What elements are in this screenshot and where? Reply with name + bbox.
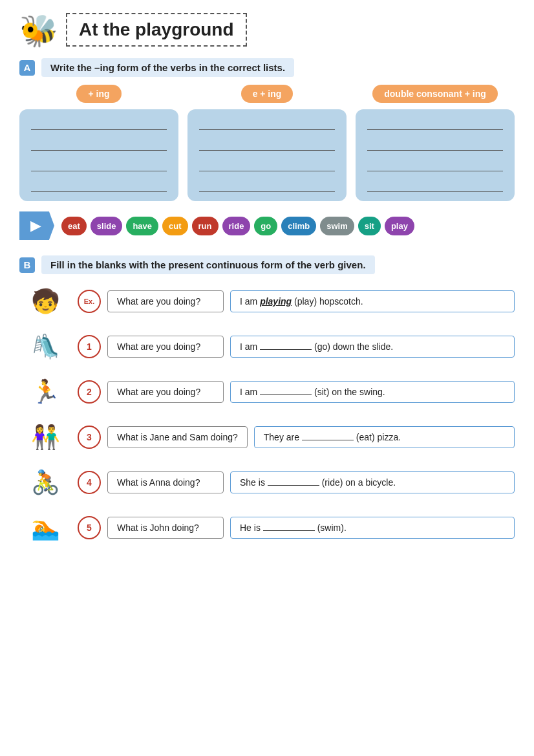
answer-box-5: He is (swim). [230,517,515,539]
exercise-row-2: 🏃 2 What are you doing? I am (sit) on th… [19,373,515,411]
answer-playing-word: playing [260,296,292,307]
answer-box-1: I am (go) down the slide. [230,336,515,358]
exercise-image-5: 🏊 [19,508,71,547]
exercise-num-2: 2 [78,380,101,404]
write-line [199,139,335,151]
write-line [31,180,167,192]
verb-eat: eat [61,217,87,235]
write-line [199,118,335,130]
answer-blank-5[interactable] [263,530,315,531]
column-double-consonant: double consonant + ing [356,85,515,201]
answer-blank-1[interactable] [260,349,312,350]
write-line [199,180,335,192]
question-text-3: What is Jane and Sam doing? [117,432,238,442]
question-text-2: What are you doing? [117,387,200,397]
answer-prefix-5: He is [240,523,263,533]
question-text-4: What is Anna doing? [117,477,200,488]
section-a-letter: A [19,60,35,76]
verb-swim: swim [320,217,354,235]
verb-play: play [385,217,414,235]
column-plus-ing: + ing [19,85,178,201]
answer-prefix-2: I am [240,387,260,397]
exercise-row-3: 👫 3 What is Jane and Sam doing? They are… [19,418,515,457]
write-line [199,160,335,171]
exercise-row-1: 🛝 1 What are you doing? I am (go) down t… [19,327,515,366]
section-b-instruction: Fill in the blanks with the present cont… [41,255,375,274]
verb-climb: climb [281,217,316,235]
write-line [367,160,503,171]
exercise-image-1: 🛝 [19,327,71,366]
question-text-ex: What are you doing? [117,296,200,307]
verb-go: go [254,217,277,235]
exercise-image-2: 🏃 [19,373,71,411]
verbs-row: ▶ eat slide have cut run ride go climb s… [19,211,515,240]
exercise-num-5: 5 [78,516,101,539]
exercise-image-ex: 🧒 [19,282,71,321]
exercise-num-3: 3 [78,426,101,449]
exercise-row-4: 🚴 4 What is Anna doing? She is (ride) on… [19,463,515,502]
title-text: At the playground [79,19,234,39]
section-b: B Fill in the blanks with the present co… [19,255,515,547]
question-box-1: What are you doing? [107,336,224,358]
answer-prefix-ex: I am [240,296,260,307]
exercise-image-4: 🚴 [19,463,71,502]
write-line [367,180,503,192]
answer-prefix-3: They are [264,432,299,442]
answer-suffix-2: (sit) on the swing. [314,387,385,397]
answer-prefix-1: I am [240,341,257,352]
verb-sit: sit [358,217,381,235]
answer-suffix-ex: (play) hopscotch. [294,296,363,307]
exercise-num-ex: Ex. [78,290,101,313]
question-box-2: What are you doing? [107,381,224,403]
answer-blank-3[interactable] [302,440,354,440]
write-line [31,160,167,171]
columns-wrapper: + ing e + ing double consonant + ing [19,85,515,201]
answer-box-2: I am (sit) on the swing. [230,381,515,403]
column-e-plus-ing-box [187,109,347,201]
answer-blank-4[interactable] [268,485,319,486]
answer-suffix-4: (ride) on a bicycle. [322,477,396,488]
exercise-row-ex: 🧒 Ex. What are you doing? I am playing (… [19,282,515,321]
question-box-4: What is Anna doing? [107,471,224,493]
write-line [31,139,167,151]
answer-suffix-1: (go) down the slide. [314,341,393,352]
column-e-plus-ing: e + ing [187,85,347,201]
answer-suffix-5: (swim). [317,523,347,533]
answer-blank-2[interactable] [260,394,312,395]
verb-ride: ride [222,217,251,235]
verb-cut: cut [162,217,188,235]
answer-suffix-3: (eat) pizza. [356,432,401,442]
question-box-5: What is John doing? [107,517,224,539]
column-plus-ing-header: + ing [76,85,121,103]
page-header: 🐝 At the playground [19,13,515,47]
bee-icon: 🐝 [19,16,58,47]
section-b-label: B Fill in the blanks with the present co… [19,255,375,274]
verb-have: have [126,217,158,235]
question-text-1: What are you doing? [117,341,200,352]
exercise-num-4: 4 [78,471,101,494]
arrow-icon: ▶ [19,211,54,240]
column-double-consonant-box [356,109,515,201]
exercise-image-3: 👫 [19,418,71,457]
section-b-letter: B [19,257,35,273]
section-a: A Write the –ing form of the verbs in th… [19,58,515,240]
column-double-consonant-header: double consonant + ing [372,85,498,103]
answer-box-4: She is (ride) on a bicycle. [230,471,515,493]
column-plus-ing-box [19,109,178,201]
exercise-row-5: 🏊 5 What is John doing? He is (swim). [19,508,515,547]
write-line [367,139,503,151]
exercise-num-1: 1 [78,335,101,358]
write-line [367,118,503,130]
verb-run: run [192,217,219,235]
column-e-plus-ing-header: e + ing [241,85,294,103]
page-title: At the playground [66,13,247,47]
verb-slide: slide [91,217,123,235]
answer-prefix-4: She is [240,477,268,488]
question-box-3: What is Jane and Sam doing? [107,426,248,448]
section-a-label: A Write the –ing form of the verbs in th… [19,58,294,77]
answer-box-ex: I am playing (play) hopscotch. [230,290,515,312]
question-text-5: What is John doing? [117,523,199,533]
write-line [31,118,167,130]
question-box-ex: What are you doing? [107,290,224,312]
answer-box-3: They are (eat) pizza. [254,426,515,448]
